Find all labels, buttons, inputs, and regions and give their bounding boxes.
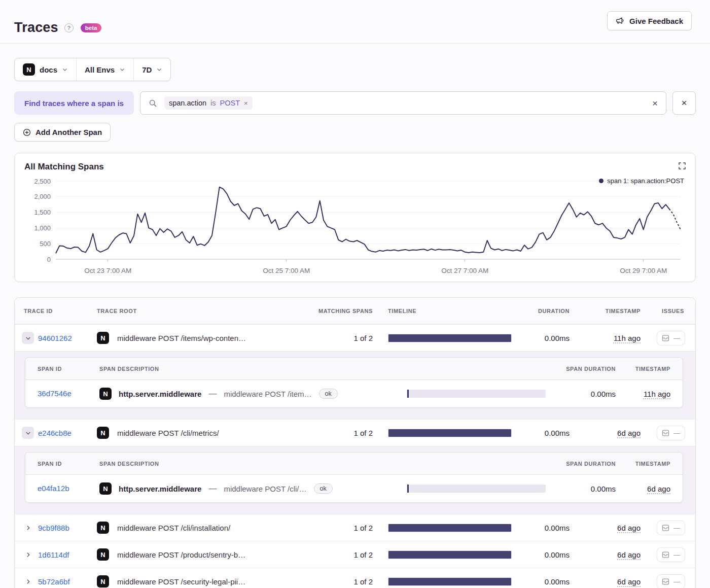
- span-table-header-row: Span ID Span Description Span Duration T…: [25, 453, 683, 475]
- span-duration-value: 0.00ms: [559, 390, 616, 398]
- chart-title: All Matching Spans: [24, 162, 686, 172]
- trace-id-link[interactable]: 9cb9f88b: [38, 524, 69, 532]
- expand-chart-icon[interactable]: [677, 161, 687, 172]
- span-timeline-bar[interactable]: [407, 485, 546, 493]
- col-span-duration: Span Duration: [559, 366, 616, 372]
- add-another-span-button[interactable]: Add Another Span: [14, 123, 111, 142]
- matching-spans-value: 1 of 2: [308, 550, 373, 559]
- timeline-bar[interactable]: [388, 429, 512, 437]
- span-status-badge: ok: [319, 389, 338, 399]
- nextjs-project-icon: N: [97, 575, 109, 587]
- collapse-row-button[interactable]: [22, 427, 34, 439]
- chevron-right-icon: [25, 525, 31, 531]
- duration-value: 0.00ms: [525, 577, 582, 586]
- table-row: 94601262 N middleware POST /items/wp-con…: [15, 324, 695, 351]
- issues-box-icon: [662, 524, 669, 532]
- help-icon[interactable]: ?: [64, 23, 74, 32]
- megaphone-icon: [616, 16, 625, 25]
- date-range-filter[interactable]: 7D: [133, 58, 170, 81]
- col-span-timestamp: Timestamp: [616, 461, 683, 467]
- nextjs-project-icon: N: [97, 548, 109, 561]
- plus-circle-icon: [23, 128, 31, 136]
- duration-value: 0.00ms: [525, 550, 582, 559]
- matching-spans-value: 1 of 2: [308, 577, 373, 586]
- nextjs-project-icon: N: [23, 63, 35, 76]
- project-filter-label: docs: [40, 65, 57, 74]
- span-search-input[interactable]: span.action is POST × ×: [140, 91, 666, 115]
- span-duration-value: 0.00ms: [559, 485, 616, 493]
- give-feedback-button[interactable]: Give Feedback: [607, 11, 692, 30]
- col-span-timestamp: Timestamp: [616, 366, 683, 372]
- matching-spans-value: 1 of 2: [308, 334, 373, 342]
- span-timestamp-value[interactable]: 6d ago: [647, 485, 670, 493]
- span-op-label: http.server.middleware: [119, 485, 201, 493]
- span-table-header-row: Span ID Span Description Span Duration T…: [25, 358, 683, 380]
- matching-spans-line-chart[interactable]: 05001,0001,5002,0002,500Oct 23 7:00 AMOc…: [24, 175, 686, 279]
- issues-box-icon: [662, 334, 669, 342]
- span-description-label: middleware POST /cli/…: [224, 485, 306, 493]
- issues-button[interactable]: —: [657, 521, 685, 535]
- expand-row-button[interactable]: [22, 522, 34, 534]
- span-id-link[interactable]: e04fa12b: [38, 484, 69, 493]
- collapse-row-button[interactable]: [22, 332, 34, 344]
- trace-root-label: middleware POST /product/sentry-b…: [117, 550, 245, 559]
- timestamp-value[interactable]: 6d ago: [617, 524, 641, 532]
- legend-label: span 1: span.action:POST: [607, 177, 684, 185]
- span-timestamp-value[interactable]: 11h ago: [644, 390, 670, 398]
- timestamp-value[interactable]: 6d ago: [617, 550, 641, 559]
- svg-text:Oct 27 7:00 AM: Oct 27 7:00 AM: [441, 267, 488, 274]
- svg-text:0: 0: [47, 256, 51, 263]
- expanded-span-section: Span ID Span Description Span Duration T…: [15, 351, 695, 419]
- issues-box-icon: [662, 429, 669, 437]
- trace-root-label: middleware POST /items/wp-conten…: [117, 334, 246, 342]
- nextjs-project-icon: N: [99, 388, 112, 400]
- col-span-duration: Span Duration: [559, 461, 616, 467]
- col-duration: Duration: [525, 308, 582, 314]
- col-span-description: Span Description: [87, 366, 407, 372]
- col-trace-root: Trace Root: [92, 308, 308, 314]
- timeline-bar[interactable]: [388, 577, 512, 586]
- issues-button[interactable]: —: [657, 426, 685, 440]
- duration-value: 0.00ms: [525, 334, 582, 342]
- timestamp-value[interactable]: 11h ago: [614, 334, 641, 342]
- span-timeline-bar[interactable]: [407, 390, 546, 398]
- span-status-badge: ok: [314, 483, 333, 494]
- span-id-link[interactable]: 36d7546e: [38, 389, 72, 398]
- remove-span-row-button[interactable]: ×: [672, 91, 696, 115]
- filter-bar: N docs All Envs 7D: [14, 58, 696, 81]
- issues-button[interactable]: —: [657, 331, 685, 345]
- nextjs-project-icon: N: [97, 427, 109, 439]
- issues-button[interactable]: —: [657, 574, 685, 588]
- col-timeline: Timeline: [373, 308, 525, 314]
- timeline-bar[interactable]: [388, 334, 512, 342]
- token-key: span.action: [169, 99, 206, 107]
- timestamp-value[interactable]: 6d ago: [617, 577, 641, 586]
- col-timestamp: Timestamp: [582, 308, 649, 314]
- timeline-bar[interactable]: [388, 550, 512, 559]
- environment-filter[interactable]: All Envs: [76, 58, 133, 81]
- timeline-bar[interactable]: [388, 524, 512, 532]
- nextjs-project-icon: N: [97, 522, 109, 534]
- svg-text:Oct 29 7:00 AM: Oct 29 7:00 AM: [620, 267, 667, 274]
- search-clear-icon[interactable]: ×: [652, 98, 658, 108]
- col-span-id: Span ID: [25, 366, 87, 372]
- issues-button[interactable]: —: [657, 547, 685, 562]
- svg-text:500: 500: [40, 240, 51, 248]
- project-filter[interactable]: N docs: [15, 58, 76, 81]
- timestamp-value[interactable]: 6d ago: [617, 429, 641, 437]
- token-remove-icon[interactable]: ×: [244, 99, 248, 107]
- svg-text:2,500: 2,500: [34, 178, 51, 185]
- trace-id-link[interactable]: e246cb8e: [38, 429, 72, 437]
- trace-id-link[interactable]: 5b72a6bf: [38, 577, 70, 586]
- col-matching-spans: Matching Spans: [308, 308, 373, 314]
- matching-spans-value: 1 of 2: [308, 524, 373, 532]
- trace-root-label: middleware POST /security-legal-pii…: [117, 577, 245, 586]
- trace-id-link[interactable]: 94601262: [38, 334, 72, 342]
- table-row: e246cb8e N middleware POST /cli/metrics/…: [15, 419, 695, 446]
- filter-token[interactable]: span.action is POST ×: [164, 96, 253, 110]
- expand-row-button[interactable]: [22, 548, 34, 561]
- expand-row-button[interactable]: [22, 575, 34, 587]
- col-issues: Issues: [649, 308, 695, 314]
- trace-id-link[interactable]: 1d6114df: [38, 550, 69, 559]
- table-row: 5b72a6bf N middleware POST /security-leg…: [15, 568, 695, 588]
